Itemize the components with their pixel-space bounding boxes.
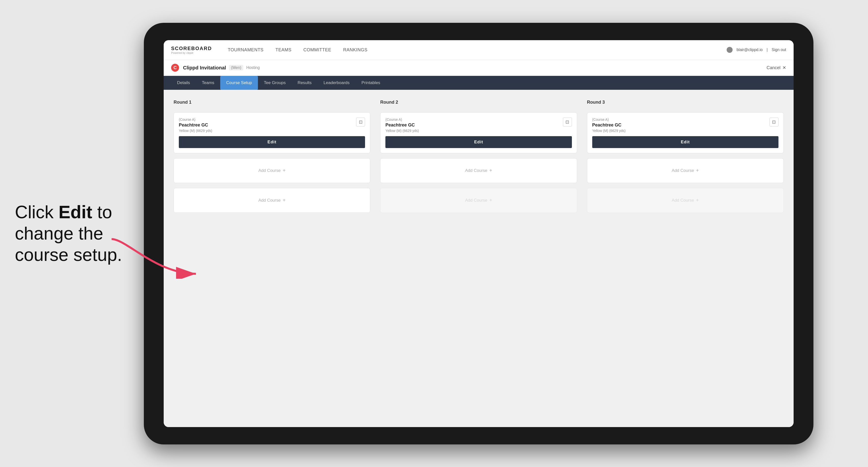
course-details-2: Yellow (M) (6629 yds) bbox=[385, 129, 419, 133]
arrow-indicator bbox=[106, 234, 201, 280]
tab-results[interactable]: Results bbox=[292, 76, 318, 90]
round-1-column: Round 1 (Course A) Peachtree GC Yellow (… bbox=[174, 100, 370, 213]
delete-course-icon-3[interactable]: ⊡ bbox=[770, 118, 778, 126]
plus-icon-r2-1: + bbox=[489, 168, 492, 174]
user-avatar bbox=[726, 47, 733, 53]
nav-right: blair@clippd.io | Sign out bbox=[726, 47, 786, 53]
tab-teams[interactable]: Teams bbox=[196, 76, 220, 90]
tab-tee-groups[interactable]: Tee Groups bbox=[258, 76, 292, 90]
add-course-text-r3-1: Add Course + bbox=[672, 168, 699, 174]
round-3-add-course-2: Add Course + bbox=[587, 188, 784, 213]
course-tag-3: (Course A) bbox=[592, 118, 626, 122]
trash-icon: ⊡ bbox=[359, 119, 363, 125]
round-2-add-course-2: Add Course + bbox=[380, 188, 577, 213]
edit-course-button-3[interactable]: Edit bbox=[592, 136, 778, 148]
plus-icon-2: + bbox=[283, 197, 286, 203]
course-card-header: (Course A) Peachtree GC Yellow (M) (6629… bbox=[179, 118, 365, 133]
add-course-label-r2-2: Add Course bbox=[465, 198, 487, 203]
course-name-2: Peachtree GC bbox=[385, 123, 419, 128]
add-course-text-r3-2: Add Course + bbox=[672, 197, 699, 203]
top-navigation: SCOREBOARD Powered by clippit TOURNAMENT… bbox=[164, 40, 794, 60]
plus-icon-r2-2: + bbox=[489, 197, 492, 203]
round-1-add-course-2[interactable]: Add Course + bbox=[174, 188, 370, 213]
brand-logo: C bbox=[171, 64, 179, 72]
course-tag-2: (Course A) bbox=[385, 118, 419, 122]
add-course-label-r3-1: Add Course bbox=[672, 168, 694, 173]
delete-course-icon-2[interactable]: ⊡ bbox=[563, 118, 572, 126]
round-2-add-course-1[interactable]: Add Course + bbox=[380, 158, 577, 183]
add-course-label-2: Add Course bbox=[258, 198, 281, 203]
course-name: Peachtree GC bbox=[179, 123, 212, 128]
course-details-3: Yellow (M) (6629 yds) bbox=[592, 129, 626, 133]
instruction-bold: Edit bbox=[59, 202, 92, 222]
add-course-text: Add Course + bbox=[258, 168, 285, 174]
instruction-prefix: Click bbox=[15, 202, 59, 222]
close-icon: ✕ bbox=[782, 65, 786, 70]
tab-bar: Details Teams Course Setup Tee Groups Re… bbox=[164, 76, 794, 90]
course-card-info-2: (Course A) Peachtree GC Yellow (M) (6629… bbox=[385, 118, 419, 133]
round-2-label: Round 2 bbox=[380, 100, 577, 105]
add-course-text-2: Add Course + bbox=[258, 197, 285, 203]
logo-sub: Powered by clippit bbox=[171, 51, 212, 54]
round-2-course-card: (Course A) Peachtree GC Yellow (M) (6629… bbox=[380, 112, 577, 153]
nav-rankings[interactable]: RANKINGS bbox=[337, 40, 373, 60]
nav-tournaments[interactable]: TOURNAMENTS bbox=[222, 40, 269, 60]
course-details: Yellow (M) (6629 yds) bbox=[179, 129, 212, 133]
edit-course-button[interactable]: Edit bbox=[179, 136, 365, 148]
tab-course-setup[interactable]: Course Setup bbox=[220, 76, 258, 90]
sub-header-actions: Cancel ✕ bbox=[767, 65, 786, 70]
tournament-title: Clippd Invitational bbox=[183, 65, 226, 71]
trash-icon-3: ⊡ bbox=[772, 119, 776, 125]
course-tag: (Course A) bbox=[179, 118, 212, 122]
round-3-add-course-1[interactable]: Add Course + bbox=[587, 158, 784, 183]
nav-links: TOURNAMENTS TEAMS COMMITTEE RANKINGS bbox=[222, 40, 726, 60]
trash-icon-2: ⊡ bbox=[565, 119, 569, 125]
course-card-info-3: (Course A) Peachtree GC Yellow (M) (6629… bbox=[592, 118, 626, 133]
tab-leaderboards[interactable]: Leaderboards bbox=[318, 76, 355, 90]
tournament-gender-badge: (Men) bbox=[229, 65, 243, 70]
tournament-status: Hosting bbox=[246, 65, 260, 70]
round-3-column: Round 3 (Course A) Peachtree GC Yellow (… bbox=[587, 100, 784, 213]
tab-details[interactable]: Details bbox=[171, 76, 196, 90]
tablet-screen: SCOREBOARD Powered by clippit TOURNAMENT… bbox=[164, 40, 794, 427]
nav-teams[interactable]: TEAMS bbox=[270, 40, 298, 60]
sign-out-link[interactable]: Sign out bbox=[772, 48, 786, 52]
add-course-text-r2-2: Add Course + bbox=[465, 197, 492, 203]
add-course-label-r2-1: Add Course bbox=[465, 168, 487, 173]
course-card-header-3: (Course A) Peachtree GC Yellow (M) (6629… bbox=[592, 118, 778, 133]
course-card-header-2: (Course A) Peachtree GC Yellow (M) (6629… bbox=[385, 118, 571, 133]
logo-area: SCOREBOARD Powered by clippit bbox=[171, 45, 212, 54]
tablet-device: SCOREBOARD Powered by clippit TOURNAMENT… bbox=[144, 23, 813, 444]
course-card-info: (Course A) Peachtree GC Yellow (M) (6629… bbox=[179, 118, 212, 133]
round-3-course-card: (Course A) Peachtree GC Yellow (M) (6629… bbox=[587, 112, 784, 153]
course-name-3: Peachtree GC bbox=[592, 123, 626, 128]
edit-course-button-2[interactable]: Edit bbox=[385, 136, 571, 148]
rounds-grid: Round 1 (Course A) Peachtree GC Yellow (… bbox=[174, 100, 784, 213]
round-1-course-card: (Course A) Peachtree GC Yellow (M) (6629… bbox=[174, 112, 370, 153]
round-3-label: Round 3 bbox=[587, 100, 784, 105]
add-course-text-r2-1: Add Course + bbox=[465, 168, 492, 174]
sub-header: C Clippd Invitational (Men) Hosting Canc… bbox=[164, 60, 794, 76]
nav-committee[interactable]: COMMITTEE bbox=[297, 40, 337, 60]
delete-course-icon[interactable]: ⊡ bbox=[356, 118, 365, 126]
plus-icon-r3-2: + bbox=[696, 197, 699, 203]
main-content: Round 1 (Course A) Peachtree GC Yellow (… bbox=[164, 90, 794, 427]
plus-icon: + bbox=[283, 168, 286, 174]
plus-icon-r3-1: + bbox=[696, 168, 699, 174]
tab-printables[interactable]: Printables bbox=[355, 76, 386, 90]
add-course-label: Add Course bbox=[258, 168, 281, 173]
nav-separator: | bbox=[767, 48, 768, 52]
logo-scoreboard: SCOREBOARD bbox=[171, 45, 212, 51]
user-email: blair@clippd.io bbox=[737, 48, 763, 52]
round-2-column: Round 2 (Course A) Peachtree GC Yellow (… bbox=[380, 100, 577, 213]
round-1-label: Round 1 bbox=[174, 100, 370, 105]
add-course-label-r3-2: Add Course bbox=[672, 198, 694, 203]
round-1-add-course-1[interactable]: Add Course + bbox=[174, 158, 370, 183]
cancel-button[interactable]: Cancel ✕ bbox=[767, 65, 786, 70]
